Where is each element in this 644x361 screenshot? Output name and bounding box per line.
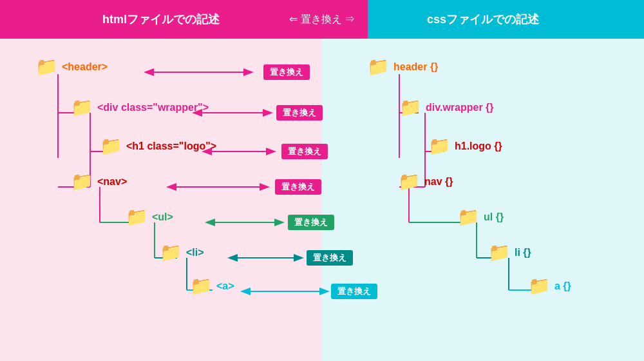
node-html-ul: 📁 <ul> [126,208,173,226]
node-html-h1: 📁 <h1 class="logo"> [100,137,216,155]
node-css-li: 📁 li {} [488,244,531,262]
folder-icon-css-ul: 📁 [457,208,480,226]
folder-icon-css-h1: 📁 [428,137,451,155]
top-bar-center: ⇐ 置き換え ⇒ [276,0,368,39]
badge-label-nav: 置き換え [275,179,321,195]
folder-icon-header: 📁 [35,58,58,76]
node-css-a: 📁 a {} [528,277,571,295]
node-html-li: 📁 <li> [160,244,204,262]
main-content: 📁 <header> 📁 <div class="wrapper"> 📁 <h1… [0,39,644,361]
label-html-a: <a> [216,280,234,292]
badge-label-header: 置き換え [263,64,310,80]
badge-nav: 置き換え [263,179,334,195]
folder-icon-h1: 📁 [100,137,122,155]
left-panel [0,39,322,361]
node-css-nav: 📁 nav {} [398,173,453,191]
badge-label-li: 置き換え [307,250,353,266]
badge-header: 置き換え [251,64,322,80]
badge-ul: 置き換え [276,215,346,230]
label-html-ul: <ul> [152,211,173,223]
badge-label-a: 置き換え [331,284,377,299]
node-css-h1: 📁 h1.logo {} [428,137,502,155]
node-css-div: 📁 div.wrapper {} [399,99,494,117]
badge-h1: 置き換え [269,144,340,159]
label-css-div: div.wrapper {} [426,102,494,113]
folder-icon-ul: 📁 [126,208,148,226]
folder-icon-li: 📁 [160,244,182,262]
badge-a: 置き換え [319,284,390,299]
folder-icon-div: 📁 [71,99,93,117]
badge-li: 置き換え [294,250,365,266]
label-css-li: li {} [515,247,531,259]
label-css-ul: ul {} [484,211,504,223]
badge-label-div: 置き換え [276,105,323,121]
top-bar: htmlファイルでの記述 cssファイルでの記述 ⇐ 置き換え ⇒ [0,0,644,39]
folder-icon-css-header: 📁 [367,58,390,76]
folder-icon-css-nav: 📁 [398,173,421,191]
node-html-nav: 📁 <nav> [71,173,127,191]
node-html-header: 📁 <header> [35,58,108,76]
center-label: ⇐ 置き換え ⇒ [289,13,355,26]
node-html-a: 📁 <a> [190,277,234,295]
label-html-nav: <nav> [97,176,127,188]
top-bar-left: htmlファイルでの記述 [0,0,322,39]
folder-icon-css-li: 📁 [488,244,511,262]
folder-icon-css-a: 📁 [528,277,551,295]
label-html-h1: <h1 class="logo"> [126,141,216,152]
label-html-div: <div class="wrapper"> [97,102,209,113]
folder-icon-css-div: 📁 [399,99,422,117]
label-css-h1: h1.logo {} [455,141,502,152]
folder-icon-a: 📁 [190,277,213,295]
label-css-header: header {} [393,61,438,73]
label-html-header: <header> [62,61,108,73]
node-css-header: 📁 header {} [367,58,438,76]
html-title: htmlファイルでの記述 [102,12,220,27]
badge-div: 置き換え [264,105,335,121]
right-panel [322,39,644,361]
badge-label-ul: 置き換え [288,215,334,230]
label-css-nav: nav {} [424,176,453,188]
badge-label-h1: 置き換え [281,144,328,159]
label-css-a: a {} [554,280,571,292]
node-html-div: 📁 <div class="wrapper"> [71,99,209,117]
label-html-li: <li> [186,247,204,259]
node-css-ul: 📁 ul {} [457,208,504,226]
css-title: cssファイルでの記述 [427,12,539,27]
top-bar-right: cssファイルでの記述 [322,0,644,39]
folder-icon-nav: 📁 [71,173,93,191]
